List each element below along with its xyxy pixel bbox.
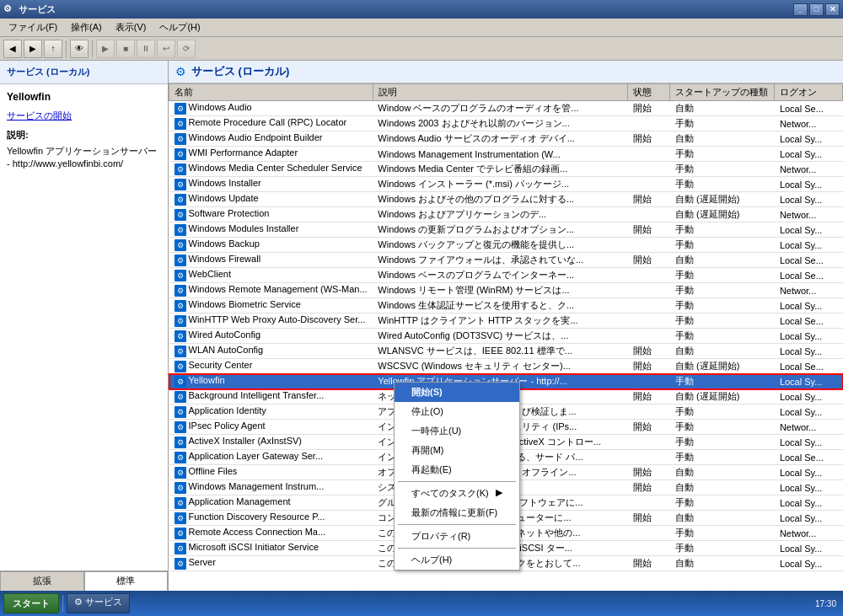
toolbar-btn3[interactable]: ⏸ xyxy=(137,40,155,58)
system-tray: 17:30 xyxy=(815,599,840,608)
context-menu-separator xyxy=(398,524,516,525)
cell-name: ⚙Background Intelligent Transfer... xyxy=(169,389,373,404)
table-row[interactable]: ⚙Windows InstallerWindows インストーラー (*.msi… xyxy=(169,177,843,192)
cell-startup: 自動 (遅延開始) xyxy=(670,207,775,222)
toolbar-btn4[interactable]: ↩ xyxy=(157,40,175,58)
table-row[interactable]: ⚙Windows FirewallWindows ファイアウォールは、承認されて… xyxy=(169,253,843,268)
table-row[interactable]: ⚙Windows Biometric ServiceWindows 生体認証サー… xyxy=(169,298,843,313)
context-menu-item[interactable]: ヘルプ(H) xyxy=(395,550,519,570)
table-row[interactable]: ⚙WebClientWindows ベースのプログラムでインターネー...手動L… xyxy=(169,268,843,283)
table-row[interactable]: ⚙Software ProtectionWindows およびアプリケーションの… xyxy=(169,207,843,222)
table-row[interactable]: ⚙Windows Media Center Scheduler ServiceW… xyxy=(169,162,843,177)
taskbar-item-services[interactable]: ⚙ サービス xyxy=(67,593,130,613)
cell-startup: 自動 (遅延開始) xyxy=(670,192,775,207)
table-row[interactable]: ⚙Windows Remote Management (WS-Man...Win… xyxy=(169,283,843,298)
row-icon: ⚙ xyxy=(175,285,186,297)
cell-logon: Local Sy... xyxy=(775,435,843,450)
table-row[interactable]: ⚙WinHTTP Web Proxy Auto-Discovery Ser...… xyxy=(169,313,843,329)
cell-name: ⚙Windows Audio Endpoint Builder xyxy=(169,131,373,147)
cell-startup: 手動 xyxy=(670,541,775,556)
cell-desc: WLANSVC サービスは、IEEE 802.11 標準で... xyxy=(373,344,627,359)
menu-view[interactable]: 表示(V) xyxy=(109,19,153,35)
table-row[interactable]: ⚙Windows AudioWindow ベースのプログラムのオーディオを管..… xyxy=(169,101,843,116)
table-row[interactable]: ⚙Windows Audio Endpoint BuilderWindows A… xyxy=(169,131,843,147)
cell-logon: Local Sy... xyxy=(775,222,843,238)
cell-startup: 自動 xyxy=(670,556,775,571)
context-menu-item[interactable]: 開始(S) xyxy=(395,383,519,402)
table-row[interactable]: ⚙Windows BackupWindows バックアップと復元の機能を提供し.… xyxy=(169,238,843,253)
col-header-desc[interactable]: 説明 xyxy=(373,84,627,101)
toolbar-up[interactable]: ↑ xyxy=(44,40,62,58)
title-bar: ⚙ サービス _ □ ✕ xyxy=(0,0,843,19)
cell-startup: 手動 xyxy=(670,116,775,131)
menu-action[interactable]: 操作(A) xyxy=(64,19,109,35)
context-menu-separator xyxy=(398,548,516,549)
table-row[interactable]: ⚙Windows Modules InstallerWindows の更新プログ… xyxy=(169,222,843,238)
tab-standard[interactable]: 標準 xyxy=(84,571,169,591)
right-panel-header: ⚙ サービス (ローカル) xyxy=(169,61,843,83)
table-row[interactable]: ⚙WLAN AutoConfigWLANSVC サービスは、IEEE 802.1… xyxy=(169,344,843,359)
toolbar-btn2[interactable]: ■ xyxy=(116,40,135,58)
context-menu[interactable]: 開始(S)停止(O)一時停止(U)再開(M)再起動(E)すべてのタスク(K)▶最… xyxy=(394,382,520,570)
left-panel-content: Yellowfin サービスの開始 説明: Yellowfin アプリケーション… xyxy=(0,84,168,570)
cell-status xyxy=(628,147,670,162)
row-icon: ⚙ xyxy=(175,118,186,130)
table-row[interactable]: ⚙Remote Procedure Call (RPC) LocatorWind… xyxy=(169,116,843,131)
toolbar-show-hide[interactable]: 👁 xyxy=(70,40,89,58)
cell-status xyxy=(628,526,670,541)
context-menu-item[interactable]: 再開(M) xyxy=(395,441,519,460)
cell-name: ⚙Application Identity xyxy=(169,404,373,420)
context-menu-item[interactable]: 停止(O) xyxy=(395,402,519,421)
context-menu-item[interactable]: 一時停止(U) xyxy=(395,421,519,441)
cell-name: ⚙Remote Access Connection Ma... xyxy=(169,526,373,541)
row-icon: ⚙ xyxy=(175,224,186,236)
table-row[interactable]: ⚙Wired AutoConfigWired AutoConfig (DOT3S… xyxy=(169,329,843,344)
menu-help[interactable]: ヘルプ(H) xyxy=(153,19,207,35)
toolbar-btn5[interactable]: ⟳ xyxy=(177,40,196,58)
row-icon: ⚙ xyxy=(175,133,186,145)
cell-startup: 自動 xyxy=(670,465,775,480)
col-header-logon[interactable]: ログオン xyxy=(775,84,843,101)
cell-status xyxy=(628,298,670,313)
cell-name: ⚙Windows Update xyxy=(169,192,373,207)
col-header-startup[interactable]: スタートアップの種類 xyxy=(670,84,775,101)
minimize-button[interactable]: _ xyxy=(793,3,808,16)
context-menu-item[interactable]: プロパティ(R) xyxy=(395,527,519,546)
maximize-button[interactable]: □ xyxy=(809,3,824,16)
col-header-status[interactable]: 状態 xyxy=(628,84,670,101)
cell-name: ⚙Windows Firewall xyxy=(169,253,373,268)
cell-name: ⚙Function Discovery Resource P... xyxy=(169,511,373,526)
cell-name: ⚙IPsec Policy Agent xyxy=(169,420,373,435)
cell-startup: 手動 xyxy=(670,147,775,162)
cell-name: ⚙Application Layer Gateway Ser... xyxy=(169,450,373,465)
cell-logon: Local Se... xyxy=(775,359,843,374)
cell-startup: 手動 xyxy=(670,495,775,511)
cell-desc: Windows Audio サービスのオーディオ デバイ... xyxy=(373,131,627,147)
row-icon: ⚙ xyxy=(175,345,186,357)
desc-label: 説明: xyxy=(7,129,161,142)
cell-logon: Local Sy... xyxy=(775,177,843,192)
context-menu-item[interactable]: 再起動(E) xyxy=(395,460,519,479)
close-button[interactable]: ✕ xyxy=(825,3,840,16)
context-menu-item[interactable]: 最新の情報に更新(F) xyxy=(395,503,519,522)
row-icon: ⚙ xyxy=(175,254,186,266)
start-button[interactable]: スタート xyxy=(3,593,59,613)
toolbar-btn1[interactable]: ▶ xyxy=(96,40,115,58)
menu-file[interactable]: ファイル(F) xyxy=(2,19,64,35)
context-menu-item[interactable]: すべてのタスク(K)▶ xyxy=(395,484,519,503)
toolbar-forward[interactable]: ▶ xyxy=(24,40,42,58)
cell-logon: Local Sy... xyxy=(775,465,843,480)
cell-name: ⚙Windows Backup xyxy=(169,238,373,253)
col-header-name[interactable]: 名前 xyxy=(169,84,373,101)
table-row[interactable]: ⚙Security CenterWSCSVC (Windows セキュリティ セ… xyxy=(169,359,843,374)
table-row[interactable]: ⚙WMI Performance AdapterWindows Manageme… xyxy=(169,147,843,162)
cell-name: ⚙Server xyxy=(169,556,373,571)
toolbar-back[interactable]: ◀ xyxy=(3,40,22,58)
cell-logon: Local Se... xyxy=(775,253,843,268)
start-service-link[interactable]: サービスの開始 xyxy=(7,110,161,122)
tab-extended[interactable]: 拡張 xyxy=(0,571,84,591)
table-row[interactable]: ⚙Windows UpdateWindows およびその他のプログラムに対する.… xyxy=(169,192,843,207)
cell-status: 開始 xyxy=(628,511,670,526)
cell-name: ⚙Windows Modules Installer xyxy=(169,222,373,238)
row-icon: ⚙ xyxy=(175,452,186,463)
